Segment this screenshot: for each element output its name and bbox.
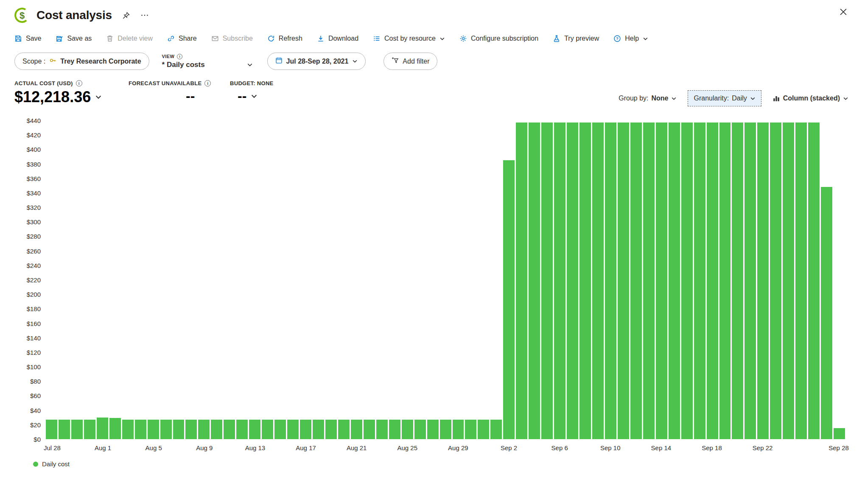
bar-aug-8[interactable] — [185, 420, 197, 439]
more-options-icon[interactable] — [140, 11, 149, 19]
configure-subscription-button[interactable]: Configure subscription — [459, 35, 538, 42]
bar-aug-18[interactable] — [313, 420, 324, 439]
view-selector[interactable]: VIEW * Daily costs — [162, 54, 255, 69]
bar-aug-17[interactable] — [300, 420, 311, 439]
info-icon — [204, 80, 211, 86]
chevron-down-icon[interactable] — [95, 94, 102, 100]
bar-aug-31[interactable] — [478, 420, 489, 439]
kpi-actual-cost[interactable]: ACTUAL COST (USD) $12,218.36 — [14, 80, 129, 106]
share-button[interactable]: Share — [167, 35, 197, 42]
chevron-down-icon[interactable] — [251, 93, 257, 100]
y-tick-label: $300 — [27, 218, 41, 226]
bar-sep-6[interactable] — [554, 123, 565, 439]
bar-aug-29[interactable] — [453, 420, 464, 439]
bar-sep-3[interactable] — [516, 123, 527, 439]
bar-sep-21[interactable] — [744, 123, 756, 439]
bar-aug-25[interactable] — [402, 420, 413, 439]
bar-aug-20[interactable] — [338, 420, 350, 439]
bar-aug-4[interactable] — [135, 420, 146, 439]
bar-aug-13[interactable] — [249, 420, 260, 439]
bar-aug-30[interactable] — [465, 420, 476, 439]
bar-sep-11[interactable] — [618, 123, 629, 439]
bar-aug-16[interactable] — [287, 420, 299, 439]
bar-aug-12[interactable] — [236, 420, 248, 439]
bar-sep-15[interactable] — [669, 123, 680, 439]
bar-aug-23[interactable] — [376, 420, 388, 439]
help-button[interactable]: ? Help — [613, 35, 648, 42]
bar-aug-3[interactable] — [122, 420, 134, 439]
kpi-budget[interactable]: BUDGET: NONE -- — [230, 80, 274, 104]
bar-aug-15[interactable] — [274, 420, 286, 439]
close-icon[interactable] — [839, 8, 848, 18]
calendar-icon — [275, 57, 283, 66]
bar-sep-23[interactable] — [770, 123, 781, 439]
group-by-dropdown[interactable]: Group by: None — [619, 95, 677, 102]
bar-aug-9[interactable] — [198, 420, 210, 439]
bar-sep-8[interactable] — [579, 123, 591, 439]
date-range-pill[interactable]: Jul 28-Sep 28, 2021 — [267, 53, 366, 70]
chart-type-dropdown[interactable]: Column (stacked) — [772, 95, 848, 102]
bar-aug-26[interactable] — [414, 420, 426, 439]
info-icon — [177, 54, 182, 59]
refresh-button[interactable]: Refresh — [267, 35, 302, 42]
bar-aug-1[interactable] — [97, 418, 108, 439]
delete-icon — [106, 35, 114, 42]
bar-aug-21[interactable] — [351, 420, 362, 439]
bar-sep-28[interactable] — [834, 428, 845, 439]
bar-sep-17[interactable] — [694, 123, 705, 439]
subscribe-button[interactable]: Subscribe — [211, 35, 253, 42]
bar-jul-30[interactable] — [71, 420, 83, 439]
bar-sep-9[interactable] — [592, 123, 604, 439]
bar-sep-19[interactable] — [719, 123, 731, 439]
bar-sep-20[interactable] — [732, 123, 743, 439]
chart-type-value: Column (stacked) — [783, 95, 840, 102]
bar-aug-22[interactable] — [364, 420, 375, 439]
save-button[interactable]: Save — [14, 35, 41, 42]
bar-aug-14[interactable] — [262, 420, 273, 439]
bar-sep-16[interactable] — [681, 123, 693, 439]
bar-sep-4[interactable] — [529, 123, 540, 439]
bar-aug-7[interactable] — [173, 420, 185, 439]
delete-view-button[interactable]: Delete view — [106, 35, 153, 42]
pin-icon[interactable] — [122, 11, 130, 19]
bar-aug-6[interactable] — [160, 420, 172, 439]
bar-aug-27[interactable] — [427, 420, 439, 439]
x-tick-label: Sep 6 — [551, 444, 568, 451]
bar-sep-24[interactable] — [783, 123, 794, 439]
bar-aug-19[interactable] — [325, 420, 337, 439]
bar-sep-12[interactable] — [630, 123, 642, 439]
bar-sep-10[interactable] — [605, 123, 616, 439]
chevron-down-icon — [671, 96, 677, 101]
add-filter-button[interactable]: Add filter — [383, 53, 437, 70]
cost-by-resource-button[interactable]: Cost by resource — [373, 35, 445, 42]
bar-aug-28[interactable] — [440, 420, 451, 439]
bar-jul-31[interactable] — [84, 420, 95, 439]
bar-aug-10[interactable] — [211, 420, 222, 439]
y-tick-label: $380 — [27, 160, 41, 167]
scope-pill[interactable]: Scope : Trey Research Corporate — [14, 53, 149, 70]
bar-sep-27[interactable] — [821, 187, 832, 439]
save-as-button[interactable]: Save as — [56, 35, 92, 42]
bar-jul-28[interactable] — [46, 420, 57, 439]
download-button[interactable]: Download — [317, 35, 358, 42]
bar-aug-5[interactable] — [148, 420, 159, 439]
try-preview-button[interactable]: Try preview — [553, 35, 599, 42]
bar-sep-7[interactable] — [567, 123, 578, 439]
bar-aug-2[interactable] — [109, 418, 121, 439]
bar-sep-2[interactable] — [503, 160, 515, 439]
bar-aug-24[interactable] — [389, 420, 400, 439]
bar-sep-25[interactable] — [795, 123, 807, 439]
beaker-icon — [553, 35, 560, 42]
bar-sep-22[interactable] — [757, 123, 769, 439]
x-axis: Jul 28Aug 1Aug 5Aug 9Aug 13Aug 17Aug 21A… — [46, 439, 845, 454]
bar-aug-11[interactable] — [224, 420, 235, 439]
granularity-dropdown[interactable]: Granularity: Daily — [688, 90, 761, 106]
bar-jul-29[interactable] — [59, 420, 70, 439]
bar-sep-1[interactable] — [490, 420, 502, 439]
bar-sep-5[interactable] — [541, 123, 553, 439]
bar-sep-14[interactable] — [656, 123, 667, 439]
bar-sep-13[interactable] — [643, 123, 655, 439]
y-tick-label: $360 — [27, 175, 41, 182]
bar-sep-26[interactable] — [808, 123, 820, 439]
bar-sep-18[interactable] — [707, 123, 718, 439]
